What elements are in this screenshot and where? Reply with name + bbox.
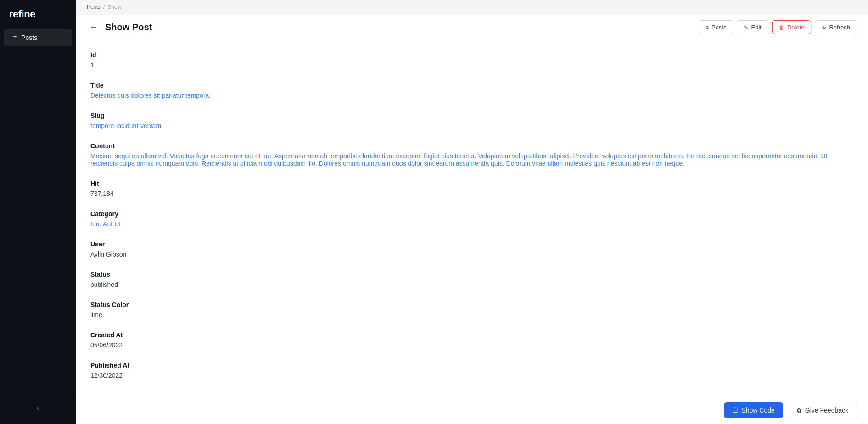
field-value-0: 1 — [90, 61, 853, 69]
delete-button[interactable]: 🗑 Delete — [772, 20, 812, 34]
field-label-2: Slug — [90, 112, 853, 119]
refresh-icon: ↻ — [822, 24, 826, 31]
refresh-button-label: Refresh — [829, 24, 850, 31]
field-label-7: Status — [90, 271, 853, 278]
top-bar: Posts / Show — [76, 0, 868, 15]
give-feedback-label: Give Feedback — [805, 407, 848, 414]
page-header: ← Show Post ≡ Posts ✎ Edit 🗑 Delete ↻ Re… — [76, 15, 868, 40]
field-value-1: Delectus quis dolores sit pariatur tempo… — [90, 92, 853, 99]
breadcrumb-separator: / — [103, 4, 105, 10]
logo-dot: i — [22, 8, 24, 20]
sidebar-item-posts[interactable]: ≡ Posts — [4, 29, 72, 46]
field-label-5: Category — [90, 210, 853, 218]
flower-icon: ✿ — [796, 407, 802, 414]
field-value-2: tempore-incidunt-veniam — [90, 122, 853, 129]
header-actions: ≡ Posts ✎ Edit 🗑 Delete ↻ Refresh — [699, 20, 857, 34]
field-value-9: 05/06/2022 — [90, 341, 853, 349]
field-value-7: published — [90, 281, 853, 288]
field-label-3: Content — [90, 142, 853, 150]
refresh-button[interactable]: ↻ Refresh — [815, 20, 857, 34]
edit-icon: ✎ — [744, 24, 748, 31]
field-group-hit: Hit737,184 — [90, 180, 853, 197]
field-label-6: User — [90, 240, 853, 248]
posts-button[interactable]: ≡ Posts — [699, 20, 734, 34]
trash-icon: 🗑 — [779, 24, 784, 31]
main-area: Posts / Show ← Show Post ≡ Posts ✎ Edit … — [76, 0, 868, 424]
field-label-10: Published At — [90, 362, 853, 369]
logo: refine — [0, 0, 76, 28]
field-group-user: UserAylin Gibson — [90, 240, 853, 258]
field-group-content: ContentMaxime sequi ea ullam vel. Volupt… — [90, 142, 853, 167]
edit-button[interactable]: ✎ Edit — [737, 20, 768, 34]
field-value-5: Iure Aut Ut — [90, 220, 853, 228]
edit-button-label: Edit — [751, 24, 761, 31]
field-value-3: Maxime sequi ea ullam vel. Voluptas fuga… — [90, 152, 853, 167]
posts-button-label: Posts — [711, 24, 727, 31]
back-button[interactable]: ← — [87, 22, 101, 33]
breadcrumb-posts[interactable]: Posts — [87, 4, 101, 10]
field-group-published-at: Published At12/30/2022 — [90, 362, 853, 379]
list-icon: ≡ — [706, 24, 709, 31]
field-group-id: Id1 — [90, 51, 853, 69]
breadcrumb-show: Show — [107, 4, 121, 10]
sidebar-item-label: Posts — [21, 34, 37, 41]
give-feedback-button[interactable]: ✿ Give Feedback — [788, 402, 857, 418]
field-group-status-color: Status Colorlime — [90, 301, 853, 318]
bottom-bar: ☐ Show Code ✿ Give Feedback — [76, 396, 868, 424]
field-value-10: 12/30/2022 — [90, 372, 853, 379]
content-area: Id1TitleDelectus quis dolores sit pariat… — [76, 40, 868, 424]
field-group-title: TitleDelectus quis dolores sit pariatur … — [90, 82, 853, 99]
field-label-8: Status Color — [90, 301, 853, 308]
field-group-category: CategoryIure Aut Ut — [90, 210, 853, 228]
field-label-4: Hit — [90, 180, 853, 187]
field-label-9: Created At — [90, 331, 853, 339]
field-label-1: Title — [90, 82, 853, 89]
posts-icon: ≡ — [13, 34, 17, 41]
sidebar-collapse-button[interactable]: ‹ — [34, 401, 42, 415]
show-code-button[interactable]: ☐ Show Code — [724, 402, 783, 418]
field-group-created-at: Created At05/06/2022 — [90, 331, 853, 349]
delete-button-label: Delete — [787, 24, 805, 31]
page-title-group: ← Show Post — [87, 22, 152, 33]
page-title: Show Post — [105, 22, 152, 33]
field-value-6: Aylin Gibson — [90, 251, 853, 258]
breadcrumb: Posts / Show — [87, 4, 857, 10]
field-value-4: 737,184 — [90, 190, 853, 197]
field-group-slug: Slugtempore-incidunt-veniam — [90, 112, 853, 129]
field-label-0: Id — [90, 51, 853, 59]
show-code-label: Show Code — [741, 407, 774, 414]
sidebar: refine ≡ Posts ‹ — [0, 0, 76, 424]
code-icon: ☐ — [732, 407, 738, 414]
field-value-8: lime — [90, 311, 853, 318]
field-group-status: Statuspublished — [90, 271, 853, 288]
